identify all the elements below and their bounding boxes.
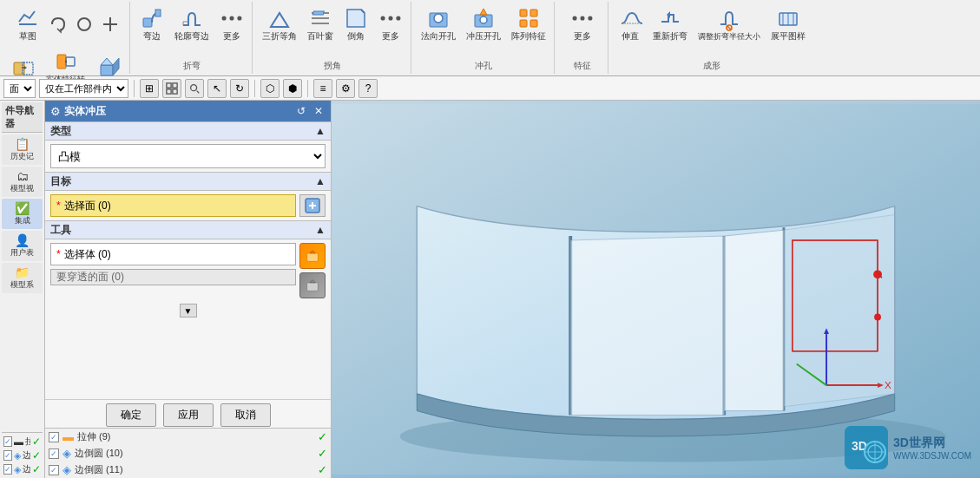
down-arrow-btn[interactable]: ▼ (180, 304, 197, 318)
tool-passthrough-input[interactable]: 要穿透的面 (0) (50, 269, 296, 285)
fillet1-cb[interactable] (49, 449, 59, 459)
3fold-button[interactable]: 三折等角 (258, 3, 301, 45)
viewport[interactable]: X 3D (332, 101, 980, 478)
tool-gray-btn[interactable] (299, 272, 326, 298)
filter-select[interactable]: 仅在工作部件内 (39, 79, 128, 98)
snap-btn[interactable]: ⊞ (140, 79, 159, 98)
profile-bend-button[interactable]: 轮廓弯边 (170, 3, 214, 45)
grid-btn[interactable] (162, 79, 181, 98)
adjust-bend-button[interactable]: 调整折弯半径大小 (694, 4, 765, 45)
svg-point-34 (480, 16, 487, 23)
model-icon: 🗂 (16, 169, 29, 183)
punch-hole-button[interactable]: 冲压开孔 (462, 3, 505, 45)
wire-btn[interactable]: ⬡ (260, 79, 280, 98)
tree-item-extrude[interactable]: ▬ 拉伸 (9) ✓ (2, 435, 43, 449)
select-btn[interactable]: ↖ (207, 79, 227, 98)
close-button[interactable]: ✕ (312, 104, 326, 118)
svg-rect-53 (173, 88, 177, 93)
target-section-header[interactable]: 目标 ▲ (45, 172, 331, 191)
tool-orange-btn[interactable] (299, 243, 326, 269)
view-select[interactable]: 面 (3, 79, 36, 98)
more-corner-button[interactable]: 更多 (374, 3, 407, 45)
nav-integrate[interactable]: ✅ 集成 (2, 199, 43, 229)
nav-sidebar: 件导航器 📋 历史记 🗂 模型视 ✅ 集成 👤 用户表 📁 模型系 ▬ 拉伸 (… (0, 101, 45, 478)
svg-rect-8 (57, 55, 66, 69)
form-row: 伸直 重新折弯 调整折弯半径大小 展平图样 (614, 3, 810, 45)
nav-model[interactable]: 🗂 模型视 (2, 167, 43, 197)
cmd-spacer-1 (134, 80, 135, 97)
cross-button[interactable] (98, 14, 122, 35)
target-face-input[interactable]: * 选择面 (0) (50, 194, 296, 217)
svg-rect-61 (307, 283, 319, 291)
type-select[interactable]: 凸模 凹模 成形 (50, 144, 326, 168)
more-corner-icon (378, 6, 403, 30)
array-button[interactable]: 阵列特征 (507, 3, 550, 45)
flat-pattern-button[interactable]: 展平图样 (766, 3, 810, 45)
zoom-btn[interactable] (185, 79, 204, 98)
fillet2-tree-label: 边倒圆 (11) (23, 463, 30, 475)
tree-item-fillet2[interactable]: ◈ 边倒圆 (11) ✓ (2, 462, 43, 476)
refold-button[interactable]: 重新折弯 (648, 3, 692, 45)
rotate-btn[interactable]: ↻ (230, 79, 249, 98)
loop-button[interactable] (46, 14, 70, 35)
extrude-checkbox[interactable] (3, 436, 12, 447)
svg-rect-37 (520, 20, 527, 27)
svg-rect-35 (520, 10, 527, 16)
watermark-sub-text: WWW.3DSJW.COM (893, 451, 971, 461)
bend-button[interactable]: 弯边 (135, 3, 168, 45)
sketch-button[interactable]: 草图 (11, 3, 44, 45)
normal-hole-button[interactable]: 法向开孔 (417, 3, 460, 45)
profile-bend-icon (180, 6, 204, 30)
integrate-icon: ✅ (15, 201, 30, 215)
tools-section-header[interactable]: 工具 ▲ (45, 220, 331, 239)
tree-fillet1[interactable]: ◈ 边倒圆 (10) ✓ (45, 445, 331, 462)
sketch-label: 草图 (19, 30, 36, 43)
svg-rect-11 (101, 65, 113, 75)
circle-button[interactable] (72, 14, 96, 35)
more-bend-button[interactable]: 更多 (215, 3, 248, 45)
svg-marker-12 (101, 58, 113, 65)
svg-point-28 (388, 16, 392, 20)
extrude-cb[interactable] (49, 432, 59, 442)
chamfer-button[interactable]: 倒角 (339, 3, 372, 45)
layer-btn[interactable]: ≡ (313, 79, 332, 98)
svg-point-17 (229, 16, 233, 20)
louver-button[interactable]: 百叶窗 (303, 3, 338, 45)
apply-button[interactable]: 应用 (163, 403, 214, 427)
feature-panel-header: ⚙ 实体冲压 ↺ ✕ (45, 101, 331, 121)
tree-extrude[interactable]: ▬ 拉伸 (9) ✓ (45, 429, 331, 445)
corner-row: 三折等角 百叶窗 倒角 更多 (258, 3, 407, 45)
cancel-button[interactable]: 取消 (220, 403, 271, 427)
tool-body-input[interactable]: * 选择体 (0) (50, 243, 296, 265)
more-corner-label: 更多 (382, 30, 399, 43)
nav-model-sys[interactable]: 📁 模型系 (2, 263, 43, 293)
settings-btn[interactable]: ⚙ (336, 79, 355, 98)
target-face-icon-btn[interactable] (299, 194, 326, 217)
help-btn[interactable]: ? (358, 79, 378, 98)
toolbar-row-sketch: 草图 (11, 3, 122, 45)
integrate-label: 集成 (15, 215, 30, 226)
fillet2-3d-icon: ◈ (62, 463, 71, 476)
more-feature-button[interactable]: 更多 (566, 3, 599, 45)
fillet2-cb[interactable] (49, 465, 59, 475)
straighten-button[interactable]: 伸直 (614, 3, 647, 45)
straighten-icon (618, 6, 642, 30)
reset-button[interactable]: ↺ (294, 104, 308, 118)
punch-row: 法向开孔 冲压开孔 阵列特征 (417, 3, 550, 45)
tool-inputs: * 选择体 (0) 要穿透的面 (0) (50, 243, 296, 285)
nav-user[interactable]: 👤 用户表 (2, 231, 43, 261)
corner-group-label: 拐角 (324, 58, 341, 72)
svg-point-73 (873, 270, 882, 278)
ok-button[interactable]: 确定 (106, 403, 156, 427)
tree-item-fillet1[interactable]: ◈ 边倒圆 (10) ✓ (2, 449, 43, 462)
render-btn[interactable]: ⬢ (283, 79, 302, 98)
extrude-3d-icon: ▬ (62, 430, 74, 443)
nav-history[interactable]: 📋 历史记 (2, 134, 43, 165)
refold-icon (658, 6, 682, 30)
fillet2-checkbox[interactable] (3, 464, 12, 475)
flat-pattern-label: 展平图样 (771, 30, 806, 43)
type-section-header[interactable]: 类型 ▲ (45, 121, 331, 141)
tree-fillet2[interactable]: ◈ 边倒圆 (11) ✓ (45, 462, 331, 478)
fillet1-checkbox[interactable] (3, 450, 12, 461)
svg-point-41 (588, 16, 592, 20)
